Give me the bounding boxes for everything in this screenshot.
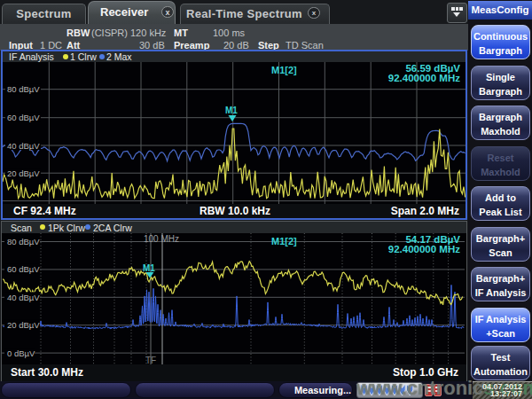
svg-text:M1[2]: M1[2] (271, 236, 297, 246)
svg-text:20 dBµV: 20 dBµV (7, 320, 40, 330)
svg-text:80 dBµV: 80 dBµV (7, 84, 40, 94)
svg-text:92.400000 MHz: 92.400000 MHz (388, 244, 460, 254)
svg-text:60 dBµV: 60 dBµV (7, 264, 40, 274)
svg-text:92.400000 MHz: 92.400000 MHz (388, 73, 460, 83)
svg-text:20 dBµV: 20 dBµV (7, 168, 40, 178)
svg-text:0 dBµV: 0 dBµV (7, 348, 35, 358)
svg-text:80 dBµV: 80 dBµV (7, 237, 40, 246)
svg-text:M1: M1 (143, 263, 155, 273)
svg-text:60 dBµV: 60 dBµV (7, 113, 40, 122)
svg-text:TF: TF (145, 356, 156, 365)
svg-text:40 dBµV: 40 dBµV (7, 293, 40, 302)
svg-text:M1[2]: M1[2] (271, 65, 297, 75)
svg-text:M1: M1 (225, 106, 238, 115)
svg-text:100 MHz: 100 MHz (144, 234, 179, 244)
svg-text:40 dBµV: 40 dBµV (7, 141, 40, 151)
